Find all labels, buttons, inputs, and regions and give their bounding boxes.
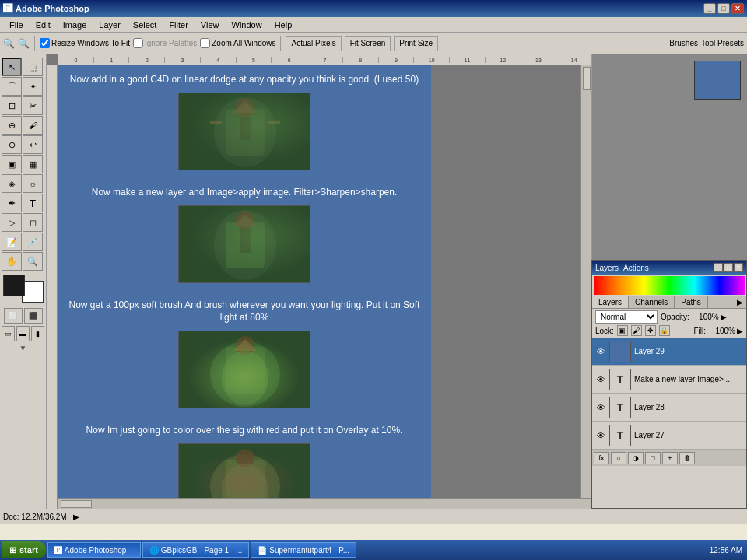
layer-group-btn[interactable]: □ — [645, 452, 661, 464]
minimize-button[interactable]: _ — [703, 3, 716, 14]
slice-tool[interactable]: ✂ — [23, 96, 43, 115]
magic-wand-tool[interactable]: ✦ — [23, 77, 43, 96]
shape-tool[interactable]: ◻ — [23, 213, 43, 232]
menu-filter[interactable]: Filter — [163, 19, 194, 31]
layers-footer: fx ○ ◑ □ + 🗑 — [592, 450, 746, 466]
selection-tool[interactable]: ⬚ — [23, 58, 43, 76]
zoom-tool[interactable]: 🔍 — [23, 252, 43, 271]
eraser-tool[interactable]: ▣ — [2, 155, 22, 173]
ignore-palettes-checkbox[interactable]: Ignore Palettes — [133, 38, 197, 48]
layers-list[interactable]: 👁 Layer 29 👁 T Make a new layer Image> .… — [592, 338, 746, 450]
zoom-all-checkbox[interactable]: Zoom All Windows — [200, 38, 275, 48]
dodge-tool[interactable]: ☼ — [23, 174, 43, 193]
canvas-horizontal-scrollbar[interactable] — [58, 498, 591, 509]
crop-tool[interactable]: ⊡ — [2, 96, 22, 115]
layer-name-27: Layer 27 — [634, 431, 743, 439]
zoom-all-input[interactable] — [200, 38, 210, 48]
lock-transparent-btn[interactable]: ▣ — [617, 325, 628, 336]
menu-edit[interactable]: Edit — [30, 19, 57, 31]
path-select[interactable]: ▷ — [2, 213, 22, 232]
canvas-vertical-scrollbar[interactable] — [580, 65, 591, 498]
layers-lock-row: Lock: ▣ 🖌 ✥ 🔒 Fill: 100% ▶ — [595, 325, 743, 336]
fill-row: Fill: 100% ▶ — [693, 327, 743, 335]
close-button[interactable]: ✕ — [731, 3, 744, 14]
fill-arrow[interactable]: ▶ — [737, 327, 743, 335]
layer-item-text1[interactable]: 👁 T Make a new layer Image> ... — [592, 366, 746, 394]
pen-tool[interactable]: ✒ — [2, 194, 22, 212]
lock-all-btn[interactable]: 🔒 — [659, 325, 670, 336]
eyedrop-tool[interactable]: 💉 — [23, 233, 43, 251]
opacity-arrow[interactable]: ▶ — [721, 313, 727, 321]
background-color-swatch[interactable] — [22, 281, 44, 303]
lock-move-btn[interactable]: ✥ — [645, 325, 656, 336]
history-brush[interactable]: ↩ — [23, 135, 43, 154]
resize-windows-checkbox[interactable]: Resize Windows To Fit — [40, 38, 130, 48]
layer-style-btn[interactable]: fx — [594, 452, 609, 464]
menu-layer[interactable]: Layer — [93, 19, 127, 31]
layer-eye-text1[interactable]: 👁 — [595, 375, 606, 384]
actions-tab[interactable]: Actions — [623, 264, 649, 272]
layers-menu-btn[interactable]: ▶ — [734, 296, 746, 308]
layer-item-29[interactable]: 👁 Layer 29 — [592, 338, 746, 366]
canvas-area[interactable]: 0 1 2 3 4 5 6 7 8 9 10 11 12 13 14 — [47, 54, 591, 509]
taskbar-doc[interactable]: 📄 Supermantutpart4 - P... — [251, 542, 356, 558]
heal-tool[interactable]: ⊕ — [2, 116, 22, 135]
layer-new-btn[interactable]: + — [662, 452, 678, 464]
actual-pixels-button[interactable]: Actual Pixels — [286, 36, 341, 51]
blend-mode-select[interactable]: Normal — [595, 310, 658, 324]
lasso-tool[interactable]: ⌒ — [2, 77, 22, 96]
quick-mask-mode[interactable]: ⬜ — [4, 308, 23, 324]
screen-mode-btn1[interactable]: ▭ — [2, 326, 15, 341]
layer-eye-28[interactable]: 👁 — [595, 403, 606, 412]
ignore-palettes-input[interactable] — [133, 38, 143, 48]
foreground-color-swatch[interactable] — [3, 275, 25, 296]
paths-tab[interactable]: Paths — [675, 296, 708, 308]
menu-view[interactable]: View — [195, 19, 226, 31]
lock-pixels-btn[interactable]: 🖌 — [631, 325, 642, 336]
channels-tab[interactable]: Channels — [629, 296, 675, 308]
screen-mode-btn3[interactable]: ▮ — [31, 326, 44, 341]
standard-mode[interactable]: ⬛ — [24, 308, 43, 324]
img-overlay2 — [179, 206, 310, 282]
scrollbar-thumb-h[interactable] — [61, 500, 92, 508]
menu-select[interactable]: Select — [127, 19, 163, 31]
layers-close-btn[interactable]: ✕ — [734, 263, 743, 272]
screen-mode-btn2[interactable]: ▬ — [16, 326, 30, 341]
start-button[interactable]: ⊞ start — [2, 541, 46, 558]
layer-name-text1: Make a new layer Image> ... — [634, 375, 743, 383]
menu-window[interactable]: Window — [226, 19, 268, 31]
menu-file[interactable]: File — [3, 19, 30, 31]
clone-tool[interactable]: ⊙ — [2, 135, 22, 154]
layer-item-28[interactable]: 👁 T Layer 28 — [592, 394, 746, 422]
menu-image[interactable]: Image — [57, 19, 93, 31]
arrow-indicator[interactable]: ▶ — [73, 513, 79, 521]
layers-minimize-btn[interactable]: _ — [714, 263, 723, 272]
layer-mask-btn[interactable]: ○ — [611, 452, 626, 464]
taskbar-photoshop[interactable]: 🅿 Adobe Photoshop — [47, 542, 141, 558]
menu-help[interactable]: Help — [268, 19, 299, 31]
scrollbar-thumb-v[interactable] — [583, 67, 591, 90]
resize-windows-input[interactable] — [40, 38, 50, 48]
hand-tool[interactable]: ✋ — [2, 252, 22, 271]
layer-item-27[interactable]: 👁 T Layer 27 — [592, 422, 746, 450]
layer-adjust-btn[interactable]: ◑ — [628, 452, 644, 464]
print-size-button[interactable]: Print Size — [394, 36, 438, 51]
document-canvas[interactable]: Now add in a good C4D on linear dodge at… — [58, 65, 431, 498]
layer-delete-btn[interactable]: 🗑 — [679, 452, 695, 464]
layer-eye-29[interactable]: 👁 — [595, 347, 606, 356]
fit-screen-button[interactable]: Fit Screen — [345, 36, 391, 51]
layers-tab[interactable]: Layers — [592, 296, 629, 308]
layers-expand-btn[interactable]: □ — [724, 263, 733, 272]
blur-tool[interactable]: ◈ — [2, 174, 22, 193]
taskbar-ps-label: Adobe Photoshop — [65, 546, 127, 555]
maximize-button[interactable]: □ — [717, 3, 730, 14]
layers-title-bar: Layers Actions _ □ ✕ — [592, 261, 746, 275]
taskbar-browser[interactable]: 🌐 GBpicsGB - Page 1 - ... — [142, 542, 249, 558]
brush-tool[interactable]: 🖌 — [23, 116, 43, 135]
history-tab[interactable]: Layers — [595, 264, 619, 272]
move-tool[interactable]: ↖ — [2, 58, 22, 76]
gradient-tool[interactable]: ▦ — [23, 155, 43, 173]
layer-eye-27[interactable]: 👁 — [595, 431, 606, 440]
notes-tool[interactable]: 📝 — [2, 233, 22, 251]
text-tool[interactable]: T — [23, 194, 43, 212]
